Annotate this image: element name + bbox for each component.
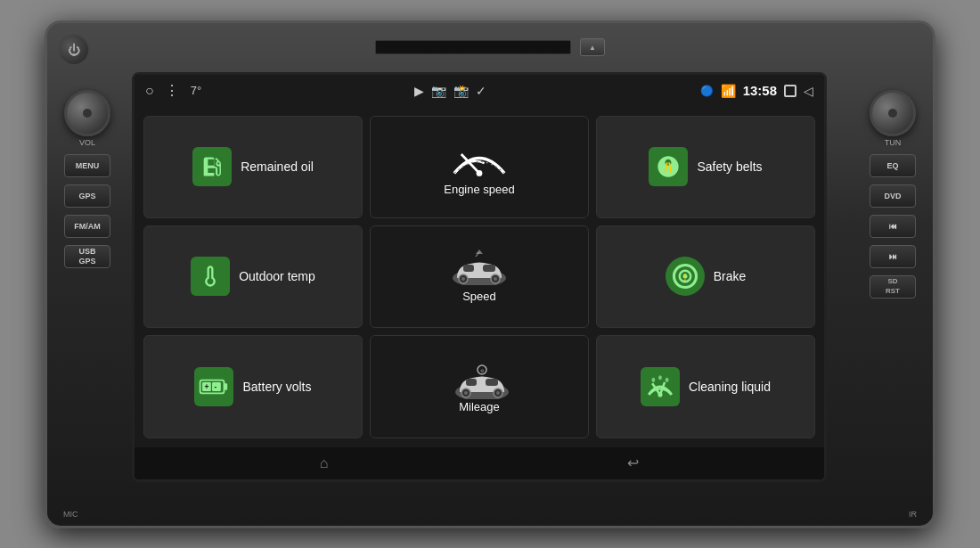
svg-rect-16 xyxy=(224,383,227,389)
bluetooth-icon: 🔵 xyxy=(700,85,714,97)
cd-slot xyxy=(375,40,571,54)
right-panel: TUN EQ DVD ⏮ ⏭ SD RST xyxy=(862,72,924,499)
battery-volts-label: Battery volts xyxy=(242,380,311,394)
square-icon[interactable] xyxy=(784,85,796,97)
media-icon[interactable]: ▶ xyxy=(414,84,424,98)
mileage-label: Mileage xyxy=(459,400,500,413)
eq-button[interactable]: EQ xyxy=(870,154,916,177)
stereo-unit: ⏻ VOL MENU GPS FM/AM USB GPS TUN EQ DVD … xyxy=(45,20,935,528)
next-button[interactable]: ⏭ xyxy=(870,245,916,268)
thermometer-icon-bg xyxy=(191,257,230,296)
vol-label: VOL xyxy=(79,138,95,147)
svg-rect-22 xyxy=(466,379,477,386)
checkmark-icon[interactable]: ✓ xyxy=(476,84,486,98)
svg-text:+: + xyxy=(204,382,208,391)
photo-icon[interactable]: 📷 xyxy=(431,84,446,98)
ir-label: IR xyxy=(909,510,917,519)
nav-back-icon[interactable]: ↩ xyxy=(627,454,639,471)
outdoor-temp-cell[interactable]: Outdoor temp xyxy=(143,225,363,328)
fuel-icon-bg xyxy=(192,147,232,186)
brake-cell[interactable]: ! Brake xyxy=(596,225,815,328)
wiper-icon xyxy=(448,138,510,178)
tun-knob[interactable] xyxy=(870,90,916,136)
svg-point-7 xyxy=(461,277,465,281)
outdoor-temp-label: Outdoor temp xyxy=(239,269,315,283)
cleaning-liquid-cell[interactable]: Cleaning liquid xyxy=(596,335,815,438)
svg-point-26 xyxy=(464,391,468,395)
wiper2-icon-bg xyxy=(641,367,680,406)
svg-rect-4 xyxy=(483,265,495,272)
thermometer-icon xyxy=(198,264,223,289)
tun-label: TUN xyxy=(885,138,902,147)
dvd-button[interactable]: DVD xyxy=(870,184,916,208)
wiper2-icon xyxy=(644,374,676,399)
gps-button[interactable]: GPS xyxy=(64,184,110,208)
status-right-group: 🔵 📶 13:58 ◁ xyxy=(700,83,813,98)
status-icons-group: ▶ 📷 📸 ✓ xyxy=(212,84,690,98)
main-grid: Remained oil Engine speed xyxy=(135,107,824,447)
svg-rect-23 xyxy=(486,379,498,386)
svg-text:⚙: ⚙ xyxy=(480,368,485,373)
menu-status-icon[interactable]: ⋮ xyxy=(165,82,180,99)
vol-knob[interactable] xyxy=(64,90,110,136)
svg-marker-10 xyxy=(476,249,483,254)
brake-label: Brake xyxy=(714,269,747,283)
svg-point-35 xyxy=(666,378,669,382)
knob-inner xyxy=(83,109,92,118)
screen: ○ ⋮ 7° ▶ 📷 📸 ✓ 🔵 📶 13:58 ◁ xyxy=(132,72,827,482)
speed-cell[interactable]: Speed xyxy=(370,225,589,328)
stereo-top-bar xyxy=(47,23,933,72)
nav-home-icon[interactable]: ⌂ xyxy=(320,455,329,471)
seatbelt-icon xyxy=(656,154,681,179)
mileage-cell[interactable]: ⚙ Mileage xyxy=(370,335,589,438)
brake-icon-bg: ! xyxy=(666,257,705,296)
svg-text:-: - xyxy=(214,382,216,391)
svg-point-8 xyxy=(494,277,497,281)
menu-button[interactable]: MENU xyxy=(64,154,110,177)
svg-point-34 xyxy=(658,375,662,380)
battery-volts-cell[interactable]: + - Battery volts xyxy=(143,335,363,438)
battery-icon: + - xyxy=(199,377,230,397)
status-bar: ○ ⋮ 7° ▶ 📷 📸 ✓ 🔵 📶 13:58 ◁ xyxy=(135,75,824,107)
svg-point-1 xyxy=(477,170,483,176)
wifi-icon: 📶 xyxy=(721,84,736,98)
left-panel: VOL MENU GPS FM/AM USB GPS xyxy=(56,72,118,499)
safety-belts-cell[interactable]: Safety belts xyxy=(596,116,815,218)
fmam-button[interactable]: FM/AM xyxy=(64,215,110,238)
battery-icon-bg: + - xyxy=(194,367,233,406)
speed-label: Speed xyxy=(462,290,496,303)
nav-bar: ⌂ ↩ xyxy=(135,447,824,479)
engine-speed-label: Engine speed xyxy=(444,183,515,196)
usb-gps-button[interactable]: USB GPS xyxy=(64,245,110,268)
remained-oil-label: Remained oil xyxy=(241,159,314,174)
prev-button[interactable]: ⏮ xyxy=(870,215,916,238)
car-speed-icon xyxy=(444,249,515,285)
brake-icon: ! xyxy=(672,263,698,290)
camera-icon[interactable]: 📸 xyxy=(453,84,469,98)
back-status-icon[interactable]: ◁ xyxy=(804,84,813,98)
prev-icon: ⏮ xyxy=(889,222,897,231)
svg-text:!: ! xyxy=(683,273,686,282)
cleaning-liquid-label: Cleaning liquid xyxy=(689,380,771,394)
svg-rect-3 xyxy=(463,265,474,272)
svg-point-27 xyxy=(496,391,500,395)
eject-button[interactable] xyxy=(580,38,605,56)
home-status-icon[interactable]: ○ xyxy=(145,83,154,99)
next-icon: ⏭ xyxy=(889,252,897,261)
tun-knob-inner xyxy=(888,109,897,118)
clock-display: 13:58 xyxy=(743,83,777,98)
fuel-pump-icon xyxy=(200,154,225,179)
remained-oil-cell[interactable]: Remained oil xyxy=(143,116,363,218)
sd-rst-button[interactable]: SD RST xyxy=(870,275,916,299)
engine-speed-cell[interactable]: Engine speed xyxy=(370,116,589,218)
temperature-display: 7° xyxy=(191,84,201,97)
svg-point-33 xyxy=(652,378,656,382)
car-mileage-icon: ⚙ xyxy=(446,360,518,399)
mic-label: MIC xyxy=(63,510,78,519)
safety-belts-label: Safety belts xyxy=(697,159,762,174)
belt-icon-bg xyxy=(649,147,688,186)
svg-point-32 xyxy=(658,392,663,397)
